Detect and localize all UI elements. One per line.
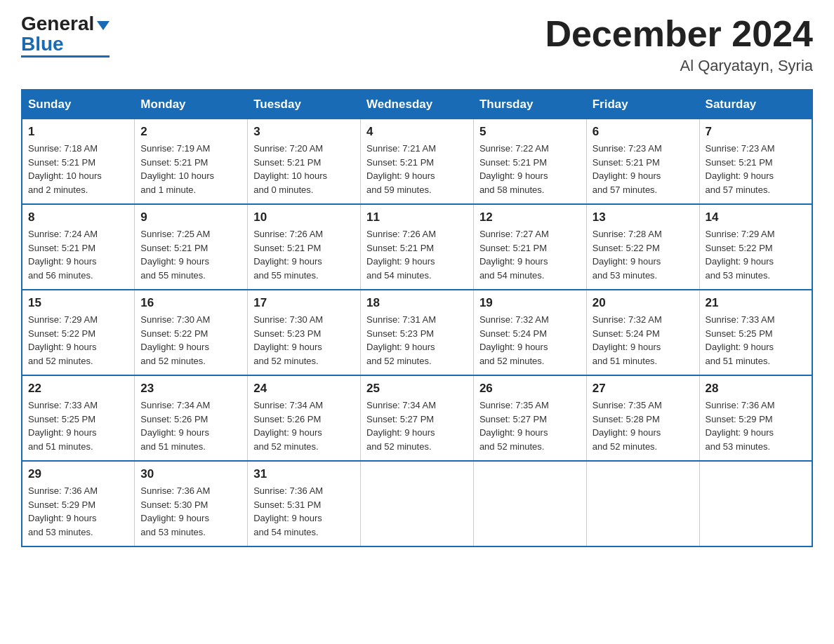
day-number: 6	[593, 125, 694, 139]
day-number: 29	[28, 467, 128, 481]
header-wednesday: Wednesday	[361, 90, 474, 119]
day-number: 17	[253, 296, 355, 310]
calendar-cell: 10Sunrise: 7:26 AMSunset: 5:21 PMDayligh…	[248, 204, 361, 290]
calendar-cell: 1Sunrise: 7:18 AMSunset: 5:21 PMDaylight…	[22, 119, 135, 205]
day-number: 13	[593, 210, 694, 224]
day-number: 8	[28, 210, 128, 224]
day-info: Sunrise: 7:36 AMSunset: 5:29 PMDaylight:…	[28, 484, 128, 539]
day-info: Sunrise: 7:36 AMSunset: 5:29 PMDaylight:…	[706, 398, 806, 453]
calendar-cell	[473, 461, 586, 546]
day-info: Sunrise: 7:25 AMSunset: 5:21 PMDaylight:…	[140, 227, 241, 282]
calendar-cell	[699, 461, 812, 546]
logo-underline	[21, 55, 110, 58]
calendar-cell: 2Sunrise: 7:19 AMSunset: 5:21 PMDaylight…	[135, 119, 248, 205]
calendar-table: Sunday Monday Tuesday Wednesday Thursday…	[21, 89, 813, 547]
day-number: 14	[706, 210, 806, 224]
day-number: 22	[28, 382, 128, 396]
day-number: 7	[706, 125, 806, 139]
day-info: Sunrise: 7:28 AMSunset: 5:22 PMDaylight:…	[593, 227, 694, 282]
calendar-cell: 4Sunrise: 7:21 AMSunset: 5:21 PMDaylight…	[361, 119, 474, 205]
calendar-cell: 23Sunrise: 7:34 AMSunset: 5:26 PMDayligh…	[135, 375, 248, 461]
day-number: 9	[140, 210, 241, 224]
calendar-cell: 26Sunrise: 7:35 AMSunset: 5:27 PMDayligh…	[473, 375, 586, 461]
header-sunday: Sunday	[22, 90, 135, 119]
calendar-cell: 31Sunrise: 7:36 AMSunset: 5:31 PMDayligh…	[248, 461, 361, 546]
day-number: 19	[479, 296, 581, 310]
day-number: 28	[706, 382, 806, 396]
calendar-cell: 7Sunrise: 7:23 AMSunset: 5:21 PMDaylight…	[699, 119, 812, 205]
day-info: Sunrise: 7:32 AMSunset: 5:24 PMDaylight:…	[479, 313, 581, 368]
calendar-cell: 19Sunrise: 7:32 AMSunset: 5:24 PMDayligh…	[473, 290, 586, 375]
logo-general-text: General	[21, 14, 94, 34]
day-info: Sunrise: 7:33 AMSunset: 5:25 PMDaylight:…	[706, 313, 806, 368]
day-info: Sunrise: 7:23 AMSunset: 5:21 PMDaylight:…	[706, 142, 806, 196]
calendar-cell: 16Sunrise: 7:30 AMSunset: 5:22 PMDayligh…	[135, 290, 248, 375]
day-info: Sunrise: 7:34 AMSunset: 5:26 PMDaylight:…	[140, 398, 241, 453]
header-monday: Monday	[135, 90, 248, 119]
calendar-cell: 15Sunrise: 7:29 AMSunset: 5:22 PMDayligh…	[22, 290, 135, 375]
day-number: 4	[366, 125, 468, 139]
logo: General Blue	[21, 14, 110, 58]
day-number: 15	[28, 296, 128, 310]
day-info: Sunrise: 7:20 AMSunset: 5:21 PMDaylight:…	[253, 142, 355, 196]
calendar-cell: 3Sunrise: 7:20 AMSunset: 5:21 PMDaylight…	[248, 119, 361, 205]
title-block: December 2024 Al Qaryatayn, Syria	[545, 14, 813, 75]
calendar-cell	[586, 461, 699, 546]
day-info: Sunrise: 7:24 AMSunset: 5:21 PMDaylight:…	[28, 227, 128, 282]
header-friday: Friday	[586, 90, 699, 119]
calendar-cell: 12Sunrise: 7:27 AMSunset: 5:21 PMDayligh…	[473, 204, 586, 290]
day-info: Sunrise: 7:34 AMSunset: 5:27 PMDaylight:…	[366, 398, 468, 453]
calendar-cell: 30Sunrise: 7:36 AMSunset: 5:30 PMDayligh…	[135, 461, 248, 546]
day-info: Sunrise: 7:34 AMSunset: 5:26 PMDaylight:…	[253, 398, 355, 453]
day-info: Sunrise: 7:23 AMSunset: 5:21 PMDaylight:…	[593, 142, 694, 196]
day-info: Sunrise: 7:22 AMSunset: 5:21 PMDaylight:…	[479, 142, 581, 196]
calendar-cell: 11Sunrise: 7:26 AMSunset: 5:21 PMDayligh…	[361, 204, 474, 290]
day-number: 2	[140, 125, 241, 139]
day-number: 23	[140, 382, 241, 396]
calendar-cell: 27Sunrise: 7:35 AMSunset: 5:28 PMDayligh…	[586, 375, 699, 461]
day-number: 21	[706, 296, 806, 310]
day-info: Sunrise: 7:26 AMSunset: 5:21 PMDaylight:…	[366, 227, 468, 282]
calendar-week-row: 29Sunrise: 7:36 AMSunset: 5:29 PMDayligh…	[22, 461, 812, 546]
day-number: 30	[140, 467, 241, 481]
day-info: Sunrise: 7:36 AMSunset: 5:31 PMDaylight:…	[253, 484, 355, 539]
day-info: Sunrise: 7:21 AMSunset: 5:21 PMDaylight:…	[366, 142, 468, 196]
calendar-cell: 14Sunrise: 7:29 AMSunset: 5:22 PMDayligh…	[699, 204, 812, 290]
day-number: 16	[140, 296, 241, 310]
day-number: 26	[479, 382, 581, 396]
calendar-week-row: 1Sunrise: 7:18 AMSunset: 5:21 PMDaylight…	[22, 119, 812, 205]
day-info: Sunrise: 7:31 AMSunset: 5:23 PMDaylight:…	[366, 313, 468, 368]
calendar-cell: 17Sunrise: 7:30 AMSunset: 5:23 PMDayligh…	[248, 290, 361, 375]
day-info: Sunrise: 7:27 AMSunset: 5:21 PMDaylight:…	[479, 227, 581, 282]
day-number: 20	[593, 296, 694, 310]
logo-blue-text: Blue	[21, 34, 64, 54]
calendar-cell: 24Sunrise: 7:34 AMSunset: 5:26 PMDayligh…	[248, 375, 361, 461]
calendar-week-row: 22Sunrise: 7:33 AMSunset: 5:25 PMDayligh…	[22, 375, 812, 461]
calendar-cell: 6Sunrise: 7:23 AMSunset: 5:21 PMDaylight…	[586, 119, 699, 205]
day-number: 27	[593, 382, 694, 396]
day-info: Sunrise: 7:33 AMSunset: 5:25 PMDaylight:…	[28, 398, 128, 453]
header-thursday: Thursday	[473, 90, 586, 119]
location-title: Al Qaryatayn, Syria	[545, 57, 813, 75]
day-info: Sunrise: 7:32 AMSunset: 5:24 PMDaylight:…	[593, 313, 694, 368]
calendar-cell: 20Sunrise: 7:32 AMSunset: 5:24 PMDayligh…	[586, 290, 699, 375]
month-title: December 2024	[545, 14, 813, 54]
weekday-header-row: Sunday Monday Tuesday Wednesday Thursday…	[22, 90, 812, 119]
calendar-week-row: 15Sunrise: 7:29 AMSunset: 5:22 PMDayligh…	[22, 290, 812, 375]
day-info: Sunrise: 7:36 AMSunset: 5:30 PMDaylight:…	[140, 484, 241, 539]
calendar-cell: 21Sunrise: 7:33 AMSunset: 5:25 PMDayligh…	[699, 290, 812, 375]
calendar-cell: 28Sunrise: 7:36 AMSunset: 5:29 PMDayligh…	[699, 375, 812, 461]
page-header: General Blue December 2024 Al Qaryatayn,…	[21, 14, 813, 75]
day-number: 3	[253, 125, 355, 139]
calendar-week-row: 8Sunrise: 7:24 AMSunset: 5:21 PMDaylight…	[22, 204, 812, 290]
day-info: Sunrise: 7:29 AMSunset: 5:22 PMDaylight:…	[706, 227, 806, 282]
header-tuesday: Tuesday	[248, 90, 361, 119]
day-number: 24	[253, 382, 355, 396]
calendar-cell: 18Sunrise: 7:31 AMSunset: 5:23 PMDayligh…	[361, 290, 474, 375]
day-info: Sunrise: 7:30 AMSunset: 5:23 PMDaylight:…	[253, 313, 355, 368]
header-saturday: Saturday	[699, 90, 812, 119]
day-number: 10	[253, 210, 355, 224]
day-number: 11	[366, 210, 468, 224]
day-info: Sunrise: 7:26 AMSunset: 5:21 PMDaylight:…	[253, 227, 355, 282]
calendar-cell: 13Sunrise: 7:28 AMSunset: 5:22 PMDayligh…	[586, 204, 699, 290]
